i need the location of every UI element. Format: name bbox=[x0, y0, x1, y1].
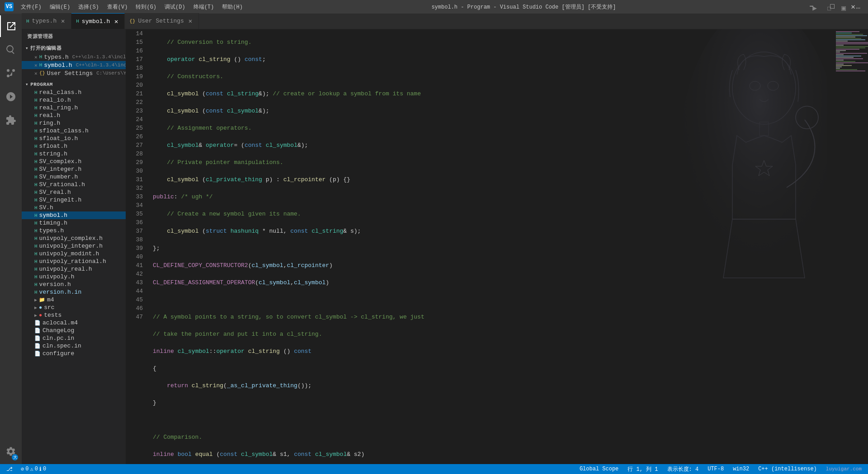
file-cln-spec-in[interactable]: 📄 cln.spec.in bbox=[22, 342, 126, 350]
h-icon: H bbox=[34, 113, 38, 118]
status-encoding[interactable]: UTF-8 bbox=[706, 466, 726, 472]
editor[interactable]: 14151617 18192021 22232425 26272829 3031… bbox=[126, 29, 868, 464]
file-label: univpoly_rational.h bbox=[39, 258, 106, 265]
file-label: types.h bbox=[39, 227, 64, 234]
tab-close-button[interactable]: ✕ bbox=[59, 18, 66, 25]
status-git[interactable]: ⎇ bbox=[5, 466, 14, 473]
open-file-types-h[interactable]: ✕ H types.h C++\cln-1.3.4\include\... bbox=[22, 53, 126, 61]
file-path: C++\cln-1.3.4\include\... bbox=[76, 62, 126, 68]
file-ring-h[interactable]: H ring.h bbox=[22, 119, 126, 127]
file-label: version.h bbox=[39, 281, 71, 288]
open-editors-section[interactable]: ▾ 打开的编辑器 bbox=[22, 43, 126, 53]
file-univpoly-complex-h[interactable]: H univpoly_complex.h bbox=[22, 235, 126, 242]
file-sv-real-h[interactable]: H SV_real.h bbox=[22, 188, 126, 196]
file-timing-h[interactable]: H timing.h bbox=[22, 219, 126, 227]
close-icon[interactable]: ✕ bbox=[34, 53, 38, 61]
file-sv-ringelt-h[interactable]: H SV_ringelt.h bbox=[22, 196, 126, 204]
file-real-ring-h[interactable]: H real_ring.h bbox=[22, 104, 126, 112]
program-section[interactable]: ▾ PROGRAM bbox=[22, 80, 126, 89]
close-icon[interactable]: ✕ bbox=[34, 61, 38, 69]
minimap[interactable] bbox=[827, 29, 868, 464]
file-version-h[interactable]: H version.h bbox=[22, 281, 126, 288]
more-actions-button[interactable]: ⋯ bbox=[852, 2, 864, 14]
file-univpoly-rational-h[interactable]: H univpoly_rational.h bbox=[22, 258, 126, 265]
language-label: C++ (intellisense) bbox=[758, 466, 817, 472]
file-sv-rational-h[interactable]: H SV_rational.h bbox=[22, 181, 126, 188]
file-label: real.h bbox=[39, 112, 61, 119]
menu-edit[interactable]: 编辑(E) bbox=[46, 2, 74, 12]
file-types-h[interactable]: H types.h bbox=[22, 227, 126, 235]
open-file-user-settings[interactable]: ✕ {} User Settings C:\Users\YukinoS... bbox=[22, 69, 126, 77]
menu-debug[interactable]: 调试(D) bbox=[161, 2, 189, 12]
code-content[interactable]: // Conversion to string. operator cl_str… bbox=[148, 29, 827, 464]
file-configure[interactable]: 📄 configure bbox=[22, 350, 126, 357]
file-changelog[interactable]: 📄 ChangeLog bbox=[22, 327, 126, 334]
activity-debug[interactable] bbox=[0, 86, 22, 108]
file-cln-pc-in[interactable]: 📄 cln.pc.in bbox=[22, 334, 126, 342]
file-univpoly-integer-h[interactable]: H univpoly_integer.h bbox=[22, 242, 126, 250]
close-icon[interactable]: ✕ bbox=[34, 70, 38, 77]
file-aclocal-m4[interactable]: 📄 aclocal.m4 bbox=[22, 319, 126, 327]
folder-m4[interactable]: ▶ 📁 m4 bbox=[22, 296, 126, 304]
activity-search[interactable] bbox=[0, 39, 22, 61]
file-real-class-h[interactable]: H real_class.h bbox=[22, 89, 126, 96]
folder-src[interactable]: ▶ ● src bbox=[22, 304, 126, 311]
menu-file[interactable]: 文件(F) bbox=[17, 2, 45, 12]
file-real-h[interactable]: H real.h bbox=[22, 112, 126, 119]
menu-view[interactable]: 查看(V) bbox=[104, 2, 132, 12]
sidebar-header: 资源管理器 bbox=[22, 29, 126, 43]
file-icon: 📄 bbox=[34, 328, 41, 333]
h-icon: H bbox=[34, 90, 38, 95]
file-string-h[interactable]: H string.h bbox=[22, 150, 126, 158]
activity-extensions[interactable] bbox=[0, 109, 22, 131]
file-sv-number-h[interactable]: H SV_number.h bbox=[22, 173, 126, 181]
h-icon: H bbox=[34, 259, 38, 264]
run-button[interactable]: ▶ bbox=[808, 2, 821, 14]
error-icon: ⊘ bbox=[21, 466, 24, 473]
folder-arrow-icon: ▶ bbox=[34, 313, 37, 318]
file-label: SV_number.h bbox=[39, 174, 78, 180]
file-univpoly-modint-h[interactable]: H univpoly_modint.h bbox=[22, 250, 126, 258]
menu-help[interactable]: 帮助(H) bbox=[218, 2, 246, 12]
file-symbol-h[interactable]: H symbol.h bbox=[22, 211, 126, 219]
split-editor-button[interactable]: ☐ bbox=[823, 2, 835, 14]
file-sv-complex-h[interactable]: H SV_complex.h bbox=[22, 158, 126, 165]
status-position[interactable]: 行 1, 列 1 bbox=[626, 465, 660, 473]
menu-goto[interactable]: 转到(G) bbox=[132, 2, 160, 12]
file-sfloat-io-h[interactable]: H sfloat_io.h bbox=[22, 135, 126, 142]
tab-types-h[interactable]: H types.h ✕ bbox=[22, 13, 71, 29]
menu-select[interactable]: 选择(S) bbox=[75, 2, 103, 12]
activity-git[interactable] bbox=[0, 62, 22, 84]
file-sfloat-h[interactable]: H sfloat.h bbox=[22, 142, 126, 150]
file-icon: 📄 bbox=[34, 351, 41, 357]
status-scope[interactable]: Global Scope bbox=[578, 466, 620, 472]
info-count: 0 bbox=[43, 466, 46, 472]
activity-explorer[interactable] bbox=[0, 29, 22, 37]
file-sv-h[interactable]: H SV.h bbox=[22, 204, 126, 211]
open-file-symbol-h[interactable]: ✕ H symbol.h C++\cln-1.3.4\include\... bbox=[22, 61, 126, 69]
file-path: C++\cln-1.3.4\include\... bbox=[72, 54, 126, 60]
toggle-panel-button[interactable]: ▣ bbox=[837, 2, 850, 14]
file-tree: H real_class.h H real_io.h H real_ring.h… bbox=[22, 89, 126, 464]
file-label: string.h bbox=[39, 150, 67, 157]
file-name: symbol.h bbox=[44, 62, 72, 69]
file-univpoly-h[interactable]: H univpoly.h bbox=[22, 273, 126, 281]
file-univpoly-real-h[interactable]: H univpoly_real.h bbox=[22, 265, 126, 273]
status-line-ending[interactable]: win32 bbox=[731, 466, 751, 472]
tab-user-settings[interactable]: {} User Settings ✕ bbox=[125, 13, 199, 29]
tab-close-button[interactable]: ✕ bbox=[113, 18, 120, 25]
tab-close-button[interactable]: ✕ bbox=[187, 18, 194, 25]
file-label: SV_real.h bbox=[39, 189, 71, 196]
file-sfloat-class-h[interactable]: H sfloat_class.h bbox=[22, 127, 126, 135]
status-indent[interactable]: 表示长度: 4 bbox=[665, 465, 701, 473]
activity-settings[interactable]: 大 bbox=[0, 441, 22, 462]
tab-symbol-h[interactable]: H symbol.h ✕ bbox=[71, 13, 125, 29]
chevron-down-icon: ▾ bbox=[25, 45, 28, 51]
file-real-io-h[interactable]: H real_io.h bbox=[22, 96, 126, 104]
status-language[interactable]: C++ (intellisense) bbox=[756, 466, 819, 472]
file-sv-integer-h[interactable]: H SV_integer.h bbox=[22, 165, 126, 173]
file-version-h-in[interactable]: H version.h.in bbox=[22, 288, 126, 296]
status-errors[interactable]: ⊘ 0 ⚠ 0 ℹ 0 bbox=[19, 466, 48, 473]
folder-tests[interactable]: ▶ ● tests bbox=[22, 311, 126, 319]
menu-terminal[interactable]: 终端(T) bbox=[190, 2, 218, 12]
